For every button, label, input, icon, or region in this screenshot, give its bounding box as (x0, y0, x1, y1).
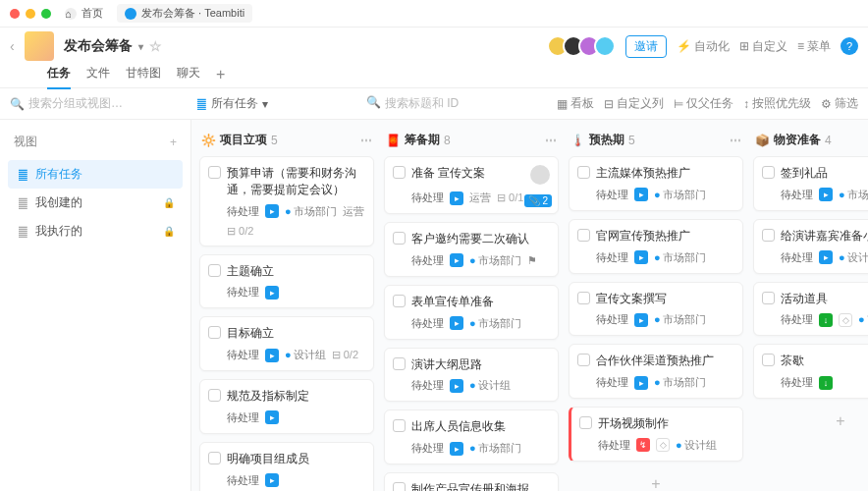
task-checkbox[interactable] (393, 166, 406, 179)
tree-icon: ⊨ (674, 97, 683, 111)
task-checkbox[interactable] (208, 389, 221, 402)
menu-link[interactable]: ≡菜单 (797, 38, 831, 55)
member-avatars[interactable] (553, 35, 616, 57)
column-count: 4 (825, 134, 832, 147)
column-more-icon[interactable]: ⋯ (730, 134, 741, 147)
task-card[interactable]: 签到礼品 待处理▸●市场部门 (753, 156, 868, 211)
attachment-badge[interactable]: 📎 2 (524, 194, 552, 207)
task-card[interactable]: 主流媒体预热推广 待处理▸●市场部门 (569, 156, 743, 211)
add-view-icon[interactable]: + (170, 136, 177, 149)
task-card[interactable]: 合作伙伴渠道预热推广 待处理▸●市场部门 (569, 344, 743, 399)
project-tab-1[interactable]: 文件 (86, 59, 110, 89)
priority-badge: ▸ (634, 376, 648, 390)
help-icon[interactable]: ? (841, 37, 858, 55)
task-card[interactable]: 宣传文案撰写 待处理▸●市场部门 (569, 282, 743, 337)
search-icon: 🔍 (10, 97, 25, 111)
view-search-placeholder: 搜索分组或视图… (28, 95, 123, 112)
star-icon[interactable]: ☆ (149, 38, 162, 54)
browser-tab-home[interactable]: ⌂ 首页 (57, 4, 111, 23)
maximize-window-icon[interactable] (41, 9, 51, 19)
priority-badge: ▸ (450, 191, 463, 205)
task-card[interactable]: 主题确立 待处理▸ (199, 254, 374, 309)
task-card[interactable]: 目标确立 待处理▸●设计组⊟ 0/2 (199, 316, 374, 371)
kanban-columns: 🔆 项目立项 5 ⋯ 预算申请（需要和财务沟通，需要提前定会议） 待处理▸●市场… (191, 120, 868, 491)
task-card[interactable]: 预算申请（需要和财务沟通，需要提前定会议） 待处理▸●市场部门运营⊟ 0/2 (199, 156, 374, 246)
filter-link[interactable]: ⚙筛选 (821, 95, 858, 112)
task-checkbox[interactable] (577, 354, 590, 366)
project-title[interactable]: 发布会筹备 (64, 37, 133, 55)
priority-badge: ↓ (819, 313, 833, 327)
add-card-button[interactable]: + (569, 469, 743, 491)
task-checkbox[interactable] (762, 292, 775, 304)
task-checkbox[interactable] (208, 452, 221, 464)
task-checkbox[interactable] (393, 419, 406, 432)
task-card[interactable]: 规范及指标制定 待处理▸ (199, 379, 374, 434)
task-meta: 待处理▸●市场部门 (577, 250, 734, 265)
sidebar-item-label: 所有任务 (35, 166, 82, 183)
parent-only-link[interactable]: ⊨仅父任务 (674, 95, 733, 112)
sidebar-item-1[interactable]: ䷀我创建的🔒 (8, 189, 183, 217)
add-card-button[interactable]: + (753, 407, 868, 436)
invite-button[interactable]: 邀请 (625, 35, 667, 58)
task-checkbox[interactable] (208, 326, 221, 339)
task-checkbox[interactable] (579, 416, 592, 429)
caret-down-icon[interactable]: ▾ (138, 41, 143, 52)
dept-tag: ●市场部门 (469, 316, 521, 331)
task-checkbox[interactable] (208, 264, 221, 277)
all-tasks-chip[interactable]: ䷀ 所有任务 ▾ (196, 95, 268, 112)
custom-columns-link[interactable]: ⊟自定义列 (604, 95, 664, 112)
task-checkbox[interactable] (762, 166, 775, 179)
priority-badge: ▸ (634, 313, 648, 327)
task-card[interactable]: 客户邀约需要二次确认 待处理▸●市场部门⚑ (384, 222, 559, 277)
task-checkbox[interactable] (762, 354, 775, 366)
task-checkbox[interactable] (577, 229, 590, 242)
task-checkbox[interactable] (208, 166, 221, 179)
column-more-icon[interactable]: ⋯ (545, 134, 557, 147)
browser-tab-project[interactable]: 发布会筹备 · Teambiti (117, 4, 252, 23)
task-card[interactable]: 给演讲嘉宾准备小惊喜 待处理▸●设计组 (753, 219, 868, 274)
task-card[interactable]: 表单宣传单准备 待处理▸●市场部门 (384, 285, 559, 340)
priority-badge: ▸ (450, 379, 463, 393)
task-card[interactable]: 演讲大纲思路 待处理▸●设计组 (384, 348, 559, 403)
task-card[interactable]: 活动道具 待处理↓◇●市场部门 (753, 282, 868, 337)
project-avatar[interactable] (25, 31, 54, 61)
task-meta: 待处理▸●市场部门 (577, 375, 734, 390)
customize-link[interactable]: ⊞自定义 (739, 38, 787, 55)
task-card[interactable]: 准备 宣传文案 待处理▸运营⊟ 0/1 📎 2 (384, 156, 559, 214)
project-tab-3[interactable]: 聊天 (177, 59, 200, 89)
close-window-icon[interactable] (10, 9, 20, 19)
project-tab-2[interactable]: 甘特图 (126, 59, 161, 89)
task-checkbox[interactable] (577, 292, 590, 304)
column-title: 筹备期 (405, 132, 440, 148)
task-checkbox[interactable] (393, 357, 406, 370)
task-card[interactable]: 茶歇 待处理↓ (753, 344, 868, 399)
task-checkbox[interactable] (393, 295, 406, 307)
status-tag: 待处理 (781, 188, 813, 202)
task-card[interactable]: 开场视频制作 待处理↯◇●设计组 (569, 407, 743, 462)
project-tab-0[interactable]: 任务 (47, 59, 71, 89)
secondary-badge: ◇ (839, 313, 852, 327)
task-checkbox[interactable] (762, 229, 775, 242)
task-search[interactable]: 🔍 搜索标题和 ID (366, 95, 459, 112)
column-more-icon[interactable]: ⋯ (360, 134, 372, 147)
sidebar-item-0[interactable]: ䷀所有任务 (8, 160, 183, 189)
view-search[interactable]: 🔍 搜索分组或视图… (10, 95, 187, 112)
add-tab-button[interactable]: + (216, 66, 225, 83)
status-tag: 待处理 (596, 375, 628, 390)
task-card[interactable]: 明确项目组成员 待处理▸ (199, 442, 374, 491)
task-card[interactable]: 出席人员信息收集 待处理▸●市场部门 (384, 409, 559, 464)
minimize-window-icon[interactable] (26, 9, 35, 19)
nav-back-icon[interactable]: ‹ (10, 38, 15, 54)
task-checkbox[interactable] (393, 482, 406, 491)
task-card[interactable]: 制作产品宣传册和海报 待处理▸●设计组⊟ 0/4 (384, 472, 559, 491)
sidebar-item-2[interactable]: ䷀我执行的🔒 (8, 217, 183, 246)
task-checkbox[interactable] (393, 232, 406, 245)
view-icon: ䷀ (16, 168, 29, 182)
filter-bar: 🔍 搜索分组或视图… ䷀ 所有任务 ▾ 🔍 搜索标题和 ID ▦看板 ⊟自定义列… (0, 88, 868, 120)
automation-link[interactable]: ⚡自动化 (677, 38, 730, 55)
task-card[interactable]: 官网宣传预热推广 待处理▸●市场部门 (569, 219, 743, 274)
sort-link[interactable]: ↕按照优先级 (743, 95, 811, 112)
task-checkbox[interactable] (577, 166, 590, 179)
board-view-toggle[interactable]: ▦看板 (557, 95, 594, 112)
assignee-avatar[interactable] (530, 165, 550, 185)
